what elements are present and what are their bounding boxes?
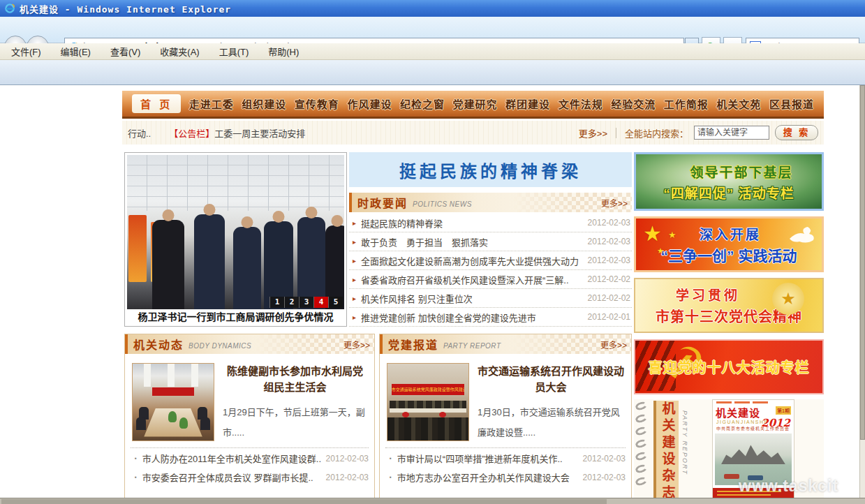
section-subtitle: POLITICS NEWS xyxy=(413,200,472,208)
dynamics-more-link[interactable]: 更多>> xyxy=(343,339,370,350)
nav-home[interactable]: 首 页 xyxy=(132,94,181,113)
nav-organization[interactable]: 组织建设 xyxy=(242,96,286,111)
news-title[interactable]: 市安委会召开全体成员会议 罗群副市长提.. xyxy=(142,470,322,484)
webpage-content: 首 页 走进工委 组织建设 宣传教育 作风建设 纪检之窗 党建研究 群团建设 文… xyxy=(122,85,824,504)
bullet-icon: ▸ xyxy=(353,276,356,283)
article-excerpt: 1月30日，市交通运输系统召开党风廉政建设暨..... xyxy=(478,402,624,444)
site-navigation-bar: 首 页 走进工委 组织建设 宣传教育 作风建设 纪检之窗 党建研究 群团建设 文… xyxy=(122,91,824,119)
browser-viewport: 首 页 走进工委 组织建设 宣传教育 作风建设 纪检之窗 党建研究 群团建设 文… xyxy=(0,85,865,504)
photo-dais-table xyxy=(390,408,466,413)
news-title[interactable]: 市审计局以“四项举措”推进新年度机关作.. xyxy=(397,452,579,465)
photo-slideshow: 1 2 3 4 5 杨卫泽书记一行到市工商局调研创先争优情况 xyxy=(124,152,347,327)
news-item[interactable]: ▸敢于负责 勇于担当 狠抓落实2012-02-03 xyxy=(349,232,632,251)
news-date: 2012-02-02 xyxy=(588,293,630,303)
dynamics-article-photo[interactable] xyxy=(132,363,214,441)
spiral-binding xyxy=(635,402,647,485)
news-title[interactable]: 市人防办在2011年全市机关处室作风建设群.. xyxy=(142,452,322,465)
pager-1[interactable]: 1 xyxy=(269,297,284,308)
news-item[interactable]: ▪市人防办在2011年全市机关处室作风建设群..2012-02-03 xyxy=(129,449,370,468)
nav-propaganda[interactable]: 宣传教育 xyxy=(295,96,339,111)
banner-sijie-sicu[interactable]: 领导干部下基层 “四解四促” 活动专栏 xyxy=(634,152,824,211)
tab-bar: ★ ▼ 智城-外包网-软件外包,... 机关建设 x xyxy=(0,60,865,85)
dynamics-article: 陈维健副市长参加市水利局党组民主生活会 1月29日下午，节后上班第一天，副市..… xyxy=(125,354,374,447)
pager-3[interactable]: 3 xyxy=(299,297,313,308)
photo-flowers xyxy=(439,412,446,417)
news-item[interactable]: ▸省委省政府召开省级机关作风建设暨深入开展“三解..2012-02-02 xyxy=(349,270,632,289)
news-item[interactable]: ▪市安委会召开全体成员会议 罗群副市长提..2012-02-03 xyxy=(129,468,370,487)
banner-party-congress[interactable]: ★ 学习贯彻 市第十三次党代会精神 xyxy=(634,278,824,333)
party-more-link[interactable]: 更多>> xyxy=(600,339,627,350)
party-article-photo[interactable]: 市交通运输系统党风廉政建设暨作风建设大会 xyxy=(387,363,469,441)
nav-regulations[interactable]: 文件法规 xyxy=(559,96,603,111)
nav-districts[interactable]: 区县报道 xyxy=(769,96,814,111)
menu-help[interactable]: 帮助(H) xyxy=(258,43,309,60)
news-title[interactable]: 市地方志办公室召开全办机关作风建设大会 xyxy=(397,470,579,484)
politics-section-header: 时政要闻 POLITICS NEWS 更多>> xyxy=(349,193,632,212)
bullet-icon: ▸ xyxy=(353,313,356,321)
news-title[interactable]: 全面掀起文化建设新高潮为创成率先大业提供强大动力 xyxy=(361,254,584,267)
board-label: 【公告栏】 xyxy=(169,126,214,140)
site-search-button[interactable]: 搜 索 xyxy=(775,125,818,140)
horizontal-scrollbar[interactable] xyxy=(0,498,865,504)
news-date: 2012-02-02 xyxy=(588,274,630,284)
bullet-icon: ▸ xyxy=(353,219,356,227)
scrollbar-thumb[interactable] xyxy=(1,499,607,504)
article-title[interactable]: 陈维健副市长参加市水利局党组民主生活会 xyxy=(223,363,367,396)
menu-favorites[interactable]: 收藏夹(A) xyxy=(150,43,209,60)
news-item[interactable]: ▪市审计局以“四项举措”推进新年度机关作..2012-02-03 xyxy=(384,449,627,468)
display-board xyxy=(128,215,147,282)
news-title[interactable]: 挺起民族的精神脊梁 xyxy=(361,216,584,230)
news-item[interactable]: ▸挺起民族的精神脊梁2012-02-03 xyxy=(349,214,632,232)
site-search-input[interactable] xyxy=(694,126,769,140)
scrollbar-thumb[interactable] xyxy=(860,85,865,440)
section-subtitle: PARTY REPORT xyxy=(443,342,501,350)
news-item[interactable]: ▸推进党建创新 加快创建全省党的建设先进市2012-02-01 xyxy=(349,308,632,327)
news-title[interactable]: 省委省政府召开省级机关作风建设暨深入开展“三解.. xyxy=(361,273,584,286)
party-news-list: ▪市审计局以“四项举措”推进新年度机关作..2012-02-03 ▪市地方志办公… xyxy=(380,448,631,487)
top-headline[interactable]: 挺起民族的精神脊梁 xyxy=(349,152,632,187)
marquee-text[interactable]: 行动.. xyxy=(128,126,151,140)
nav-workstyle[interactable]: 作风建设 xyxy=(347,96,392,111)
menu-file[interactable]: 文件(F) xyxy=(1,43,51,60)
cover-top-strip xyxy=(713,400,794,405)
pager-5[interactable]: 5 xyxy=(328,297,343,308)
slideshow-photo[interactable]: 1 2 3 4 5 xyxy=(127,155,344,309)
photo-audience xyxy=(387,417,468,440)
board-link[interactable]: 工委一周主要活动安排 xyxy=(214,126,305,140)
nav-about[interactable]: 走进工委 xyxy=(189,96,234,111)
nav-culture[interactable]: 机关文苑 xyxy=(716,96,761,111)
announcement-more-link[interactable]: 更多>> xyxy=(579,126,607,140)
news-title[interactable]: 推进党建创新 加快创建全省党的建设先进市 xyxy=(361,311,584,324)
nav-discipline[interactable]: 纪检之窗 xyxy=(400,96,445,111)
politics-more-link[interactable]: 更多>> xyxy=(601,197,628,209)
menu-view[interactable]: 查看(V) xyxy=(101,43,150,60)
news-item[interactable]: ▸全面掀起文化建设新高潮为创成率先大业提供强大动力2012-02-03 xyxy=(349,251,632,270)
nav-experience[interactable]: 经验交流 xyxy=(611,96,656,111)
vertical-scrollbar[interactable] xyxy=(859,85,865,498)
news-item[interactable]: ▪市地方志办公室召开全办机关作风建设大会2012-02-03 xyxy=(384,468,627,487)
nav-groups[interactable]: 群团建设 xyxy=(505,96,550,111)
menu-edit[interactable]: 编辑(E) xyxy=(51,43,101,60)
pager-2[interactable]: 2 xyxy=(284,297,299,308)
nav-research[interactable]: 党建研究 xyxy=(453,96,498,111)
bullet-icon: ▪ xyxy=(390,455,392,461)
nav-bulletin[interactable]: 工作简报 xyxy=(664,96,709,111)
pager-4-active[interactable]: 4 xyxy=(313,297,328,308)
dynamics-section: 机关动态 BODY DYNAMICS 更多>> 陈维健副市长参加市水利局党组民主… xyxy=(124,334,375,503)
bullet-icon: ▪ xyxy=(390,474,392,480)
banner-18th-congress[interactable]: ☭ 喜迎党的十八大活动专栏 xyxy=(634,339,824,394)
banner-line: 领导干部下基层 xyxy=(690,162,792,181)
news-title[interactable]: 敢于负责 勇于担当 狠抓落实 xyxy=(361,235,584,249)
slideshow-caption[interactable]: 杨卫泽书记一行到市工商局调研创先争优情况 xyxy=(127,309,344,325)
news-item[interactable]: ▸机关作风排名 别只注重位次2012-02-02 xyxy=(349,289,632,308)
star-emblem-icon: ★ xyxy=(772,283,804,315)
section-title: 时政要闻 xyxy=(357,194,408,211)
news-title[interactable]: 机关作风排名 别只注重位次 xyxy=(361,292,584,305)
article-title[interactable]: 市交通运输系统召开作风建设动员大会 xyxy=(478,363,624,396)
person-figure xyxy=(297,217,325,309)
party-section-header: 党建报道 PARTY REPORT 更多>> xyxy=(380,334,631,354)
menu-tools[interactable]: 工具(T) xyxy=(209,43,259,60)
banner-sanzheng-yichuang[interactable]: ★ ★ ★ 深入开展 “三争一创” 实践活动 xyxy=(634,216,824,272)
ie-logo-icon xyxy=(4,3,15,14)
party-section: 党建报道 PARTY REPORT 更多>> 市交通运输系统党风廉政建设暨作风建… xyxy=(379,334,632,503)
